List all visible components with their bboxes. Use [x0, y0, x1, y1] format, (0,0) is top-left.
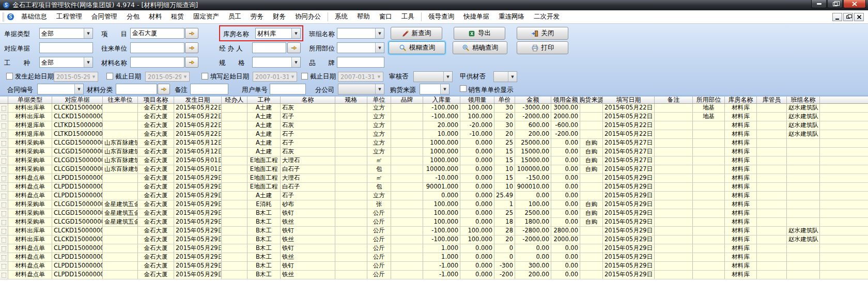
row-selector[interactable] [0, 271, 8, 279]
cell[interactable] [391, 156, 423, 165]
cell[interactable] [787, 209, 820, 218]
cell[interactable] [335, 244, 367, 253]
cell[interactable]: 0.000 [460, 174, 494, 183]
row-selector[interactable] [0, 236, 8, 244]
column-header-7[interactable]: 工种 [247, 97, 281, 103]
cell[interactable] [787, 139, 820, 148]
cell[interactable]: 2015年05月22日 [174, 121, 222, 130]
counterparty-lookup-button[interactable] [185, 42, 198, 53]
cell[interactable]: 2015年05月29日 [174, 209, 222, 218]
cell[interactable]: 2015年05月29日 [174, 253, 222, 262]
cell[interactable] [391, 227, 423, 236]
cell[interactable]: 100.000 [460, 236, 494, 244]
cell[interactable]: 石子 [281, 192, 335, 200]
doc-type-select[interactable]: 全部▼ [39, 28, 93, 39]
handler-lookup-button[interactable] [287, 42, 301, 53]
owner-supply-select[interactable]: ▼ [493, 71, 517, 82]
cell[interactable]: 金石大厦 [138, 174, 174, 183]
cell[interactable]: 0 [494, 244, 515, 253]
menu-item-8[interactable]: 员工 [224, 10, 246, 23]
cell[interactable]: 15000.00 [515, 148, 551, 156]
cell[interactable]: 金石大厦 [138, 104, 174, 113]
cell[interactable]: 100.000 [460, 113, 494, 121]
cell[interactable]: 材料库 [725, 130, 757, 139]
cell[interactable] [391, 271, 423, 279]
cell[interactable] [757, 192, 787, 200]
start-date-picker[interactable]: 2015-05-29▼ [54, 72, 98, 82]
menu-item-15[interactable]: 工具 [397, 10, 419, 23]
cell[interactable]: 材料采购单 [8, 165, 52, 174]
cell[interactable]: 0.00 [551, 271, 580, 279]
cell[interactable] [693, 253, 725, 262]
table-row[interactable]: 材料采购单CLCGD150000005山东百脉建筑金石大厦2015年05月01日… [0, 156, 868, 165]
work-type-select[interactable]: 全部▼ [39, 57, 93, 68]
cell[interactable]: 2000.00 [551, 113, 580, 121]
mdi-minimize-button[interactable] [832, 13, 842, 21]
cell[interactable]: 20 [494, 130, 515, 139]
cell[interactable] [391, 130, 423, 139]
cell[interactable]: 2015年05月29日 [603, 271, 655, 279]
cell[interactable] [655, 165, 693, 174]
cell[interactable] [335, 236, 367, 244]
cell[interactable]: 铁丝 [281, 271, 335, 279]
cell[interactable]: 0.00 [551, 200, 580, 209]
cell[interactable] [391, 192, 423, 200]
cell[interactable]: 2015年05月01日 [174, 165, 222, 174]
cell[interactable] [655, 139, 693, 148]
table-row[interactable]: 材料采购单CLCGD150000006金星建筑五金金石大厦2015年05月29日… [0, 200, 868, 209]
cell[interactable] [103, 192, 138, 200]
cell[interactable]: 2015年05月22日 [603, 113, 655, 121]
cell[interactable]: 0.000 [460, 148, 494, 156]
column-header-5[interactable]: 发生日期 [174, 97, 222, 103]
cell[interactable]: 900010.00 [515, 183, 551, 192]
cell[interactable] [580, 236, 603, 244]
cell[interactable] [787, 253, 820, 262]
cell[interactable]: 金石大厦 [138, 244, 174, 253]
cell[interactable] [391, 121, 423, 130]
cell[interactable]: 1.000 [423, 253, 460, 262]
fill-end-date-checkbox[interactable] [301, 73, 308, 80]
cell[interactable]: 自购 [580, 148, 603, 156]
cell[interactable]: 砂布 [281, 200, 335, 209]
cell[interactable]: 0.00 [551, 183, 580, 192]
cell[interactable] [757, 121, 787, 130]
cell[interactable]: 材料采购单 [8, 200, 52, 209]
row-selector[interactable] [0, 165, 8, 174]
cell[interactable]: 金星建筑五金 [103, 218, 138, 227]
cell[interactable]: 公斤 [367, 227, 391, 236]
cell[interactable] [335, 183, 367, 192]
cell[interactable]: B木工 [247, 244, 281, 253]
cell[interactable]: 2015年05月22日 [174, 130, 222, 139]
cell[interactable]: 2015年05月29日 [603, 227, 655, 236]
cell[interactable]: -20.000 [460, 121, 494, 130]
cell[interactable]: 10.000 [423, 130, 460, 139]
cell[interactable]: CLCKD150000001 [52, 113, 103, 121]
cell[interactable]: 立方 [367, 192, 391, 200]
cell[interactable] [222, 148, 247, 156]
cell[interactable] [580, 192, 603, 200]
column-header-10[interactable]: 单位 [367, 97, 391, 103]
cell[interactable] [222, 165, 247, 174]
cell[interactable]: 材料出库单 [8, 236, 52, 244]
cell[interactable] [693, 121, 725, 130]
cell[interactable]: -100.000 [423, 236, 460, 244]
column-header-6[interactable]: 经办人 [222, 97, 247, 103]
cell[interactable]: 材料库 [725, 156, 757, 165]
row-selector[interactable] [0, 192, 8, 200]
cell[interactable]: 10 [494, 165, 515, 174]
cell[interactable] [103, 253, 138, 262]
cell[interactable]: 铁丝 [281, 218, 335, 227]
cell[interactable] [222, 104, 247, 113]
menu-item-13[interactable]: 帮助 [352, 10, 375, 23]
cell[interactable]: 1800.00 [515, 218, 551, 227]
table-row[interactable]: 材料采购单CLCGD150000006金星建筑五金金石大厦2015年05月29日… [0, 209, 868, 218]
cell[interactable]: 材料采购单 [8, 148, 52, 156]
cell[interactable]: 2015年05月27日 [603, 148, 655, 156]
cell[interactable]: 2500.00 [515, 209, 551, 218]
cell[interactable]: 金星建筑五金 [103, 200, 138, 209]
cell[interactable] [103, 244, 138, 253]
cell[interactable]: CLCGD150000004 [52, 139, 103, 148]
column-header-22[interactable]: 库管员 [757, 97, 787, 103]
cell[interactable]: B木工 [247, 209, 281, 218]
cell[interactable] [391, 183, 423, 192]
